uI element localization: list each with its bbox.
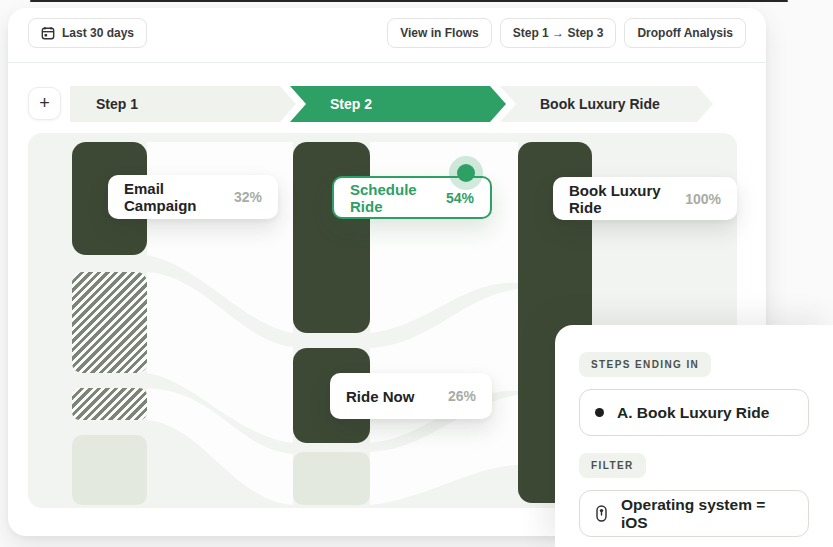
plus-icon: + [39, 93, 50, 114]
step-chevron-1[interactable]: Step 1 [70, 86, 296, 122]
node-label-book-luxury-ride[interactable]: Book Luxury Ride 100% [553, 177, 737, 220]
step-a-dot-icon [595, 408, 604, 417]
add-step-button[interactable]: + [28, 87, 61, 120]
step-range-label: Step 1 → Step 3 [513, 26, 604, 40]
bar-step2-schedule-ride[interactable] [293, 142, 370, 333]
dropoff-analysis-button[interactable]: Dropoff Analysis [624, 18, 746, 48]
book-luxury-ride-percent: 100% [685, 191, 721, 207]
filter-value: Operating system = iOS [621, 496, 793, 532]
toolbar-divider [8, 62, 766, 63]
bar-step2-other[interactable] [293, 452, 370, 505]
schedule-ride-label: Schedule Ride [350, 181, 434, 215]
steps-ending-in-tag: STEPS ENDING IN [579, 352, 711, 377]
ride-now-percent: 26% [448, 388, 476, 404]
view-in-flows-label: View in Flows [400, 26, 478, 40]
node-label-email-campaign[interactable]: Email Campaign 32% [108, 175, 278, 219]
device-icon [595, 505, 608, 522]
step-3-label: Book Luxury Ride [540, 96, 660, 112]
ride-now-label: Ride Now [346, 388, 414, 405]
step-range-button[interactable]: Step 1 → Step 3 [500, 18, 617, 48]
date-range-label: Last 30 days [62, 26, 134, 40]
toolbar-actions: View in Flows Step 1 → Step 3 Dropoff An… [387, 18, 746, 48]
calendar-icon [41, 26, 55, 40]
schedule-ride-percent: 54% [446, 190, 474, 206]
bar-step1-other[interactable] [72, 435, 147, 505]
step-2-label: Step 2 [330, 96, 372, 112]
dropoff-analysis-label: Dropoff Analysis [637, 26, 733, 40]
book-luxury-ride-label: Book Luxury Ride [569, 182, 673, 216]
step-chevron-2-active[interactable]: Step 2 [290, 86, 506, 122]
email-campaign-label: Email Campaign [124, 180, 222, 214]
query-settings-panel: STEPS ENDING IN A. Book Luxury Ride FILT… [555, 325, 833, 547]
selected-node-dot[interactable] [457, 164, 475, 182]
email-campaign-percent: 32% [234, 189, 262, 205]
bar-step1-dropoff-hatched-2[interactable] [72, 388, 147, 420]
funnel-report-screen: Last 30 days View in Flows Step 1 → Step… [0, 0, 833, 547]
date-range-button[interactable]: Last 30 days [28, 18, 147, 48]
top-edge-divider [30, 0, 788, 2]
node-label-ride-now[interactable]: Ride Now 26% [330, 373, 492, 419]
view-in-flows-button[interactable]: View in Flows [387, 18, 491, 48]
step-chevron-3[interactable]: Book Luxury Ride [500, 86, 713, 122]
filter-selector[interactable]: Operating system = iOS [579, 490, 809, 537]
steps-ending-in-value: A. Book Luxury Ride [617, 404, 769, 422]
step-1-label: Step 1 [96, 96, 138, 112]
filter-tag: FILTER [579, 453, 646, 478]
steps-ending-in-selector[interactable]: A. Book Luxury Ride [579, 389, 809, 436]
bar-step1-dropoff-hatched-1[interactable] [72, 272, 147, 373]
